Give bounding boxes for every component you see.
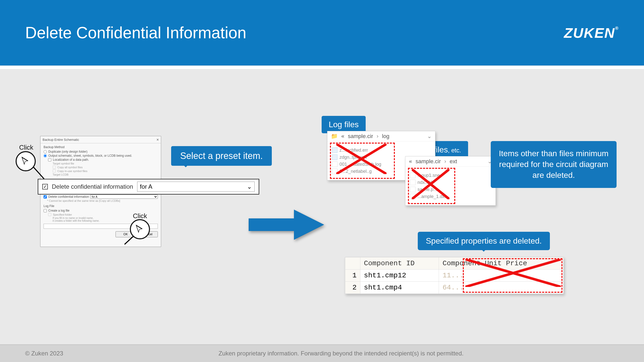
file-window-log-addressbar: 📁 « sample.cir › log ⌄: [327, 131, 435, 141]
row-delete-confidential[interactable]: Delete confidential information for A: [44, 195, 158, 199]
callout-select-preset: Select a preset item.: [171, 146, 272, 166]
radio-duplicate[interactable]: Duplicate (only design folder): [44, 150, 158, 153]
cursor-icon: [134, 224, 145, 235]
chevron-down-icon: ⌄: [247, 183, 252, 190]
file-icon: [332, 147, 337, 153]
folder-icon: 📁: [331, 133, 338, 140]
grey-target-symbol: Target symbol file: [53, 162, 158, 165]
row-index: 1: [345, 270, 360, 282]
file-icon: [410, 180, 415, 185]
callout-select-preset-text: Select a preset item.: [180, 151, 263, 161]
slide-title: Delete Confidential Information: [25, 23, 246, 42]
callout-output-files-sub: , etc.: [448, 147, 461, 154]
highlight-preset-select[interactable]: for A ⌄: [137, 182, 255, 192]
close-icon[interactable]: ×: [157, 136, 159, 143]
file-item: z...fecbfwd.err: [332, 147, 431, 153]
radio-output-schematic[interactable]: Output schematic, sheet, symbols, block,…: [44, 154, 158, 157]
cell-price: 64...: [439, 282, 563, 294]
path-seg: ext: [450, 158, 457, 165]
file-window-ext-addressbar: « sample.cir › ext ⌄: [405, 156, 496, 167]
file-icon: [332, 169, 337, 174]
logo-reg: ®: [615, 26, 619, 31]
cursor-icon: [20, 156, 31, 167]
file-window-ext: « sample.cir › ext ⌄ ...oup1.sne ndx...b…: [405, 156, 496, 206]
slide-footer: © Zuken 2023 Zuken proprietary informati…: [0, 344, 644, 362]
callout-log-files: Log files: [322, 116, 366, 133]
chevron-down-icon: ⌄: [427, 133, 432, 140]
slide-header: Delete Confidential Information ZUKEN ®: [0, 0, 644, 65]
logfile-section-label: Log File: [44, 204, 158, 208]
callout-props-deleted: Specified properties are deleted.: [418, 232, 550, 250]
file-item: ...ample_1.dx..: [410, 194, 491, 199]
grey-target-lcdb: Target LCDB: [53, 173, 158, 176]
checkbox-delete-confidential[interactable]: [44, 195, 47, 199]
divider-band: [0, 66, 644, 69]
footer-disclaimer: Zuken proprietary information. Forwardin…: [63, 350, 619, 357]
dialog-title-text: Backup Entire Schematic: [43, 136, 79, 143]
highlight-preset-value: for A: [140, 183, 152, 190]
label-delete-confidential: Delete confidential information: [48, 195, 89, 199]
click-label-2: Click: [133, 212, 147, 220]
chevron-right-icon: ›: [444, 158, 446, 165]
col-component-id: Component ID: [360, 257, 439, 270]
row-index: 2: [345, 282, 360, 294]
click-pointer-bubble-2: [130, 219, 150, 239]
checkbox-localization[interactable]: Localization of a data path.: [48, 158, 158, 161]
chevron-right-icon: ›: [377, 133, 378, 140]
highlight-delete-confidential: ✓ Delete confidential information for A …: [38, 179, 259, 194]
path-seg: sample.cir: [415, 158, 441, 165]
file-icon: [410, 187, 415, 192]
table-row: 1 sht1.cmp12 11...: [345, 270, 563, 282]
cell-component-id: sht1.cmp4: [360, 282, 439, 294]
select-preset-small[interactable]: for A: [90, 195, 158, 199]
file-icon: [410, 173, 415, 178]
grey-copy-all-symbol: Copy all symbol files: [53, 166, 158, 169]
col-component-price: Component Unit Price: [439, 257, 563, 270]
click-pointer-bubble-1: [16, 151, 36, 171]
zuken-logo: ZUKEN ®: [564, 25, 619, 41]
highlight-label: Delete confidential information: [52, 183, 133, 190]
callout-log-files-text: Log files: [329, 120, 359, 129]
property-table: Component ID Component Unit Price 1 sht1…: [345, 257, 564, 294]
path-seg: sample.cir: [348, 133, 373, 140]
table-row: 2 sht1.cmp4 64...: [345, 282, 563, 294]
dialog-titlebar: Backup Entire Schematic ×: [41, 136, 161, 143]
cell-price: 11...: [439, 270, 563, 282]
path-seg: «: [341, 133, 344, 140]
callout-props-deleted-text: Specified properties are deleted.: [426, 236, 542, 245]
click-label-1: Click: [19, 144, 33, 151]
slide-body: Backup Entire Schematic × Backup Method …: [0, 65, 644, 344]
grey-copy-inuse-symbol: Copy in-use symbol files: [53, 169, 158, 173]
path-seg: log: [382, 133, 389, 140]
file-icon: [332, 161, 337, 167]
backup-method-label: Backup Method: [44, 145, 158, 149]
footer-copyright: © Zuken 2023: [25, 350, 63, 357]
callout-items-deleted-text: Items other than files minimum required …: [499, 149, 609, 180]
callout-items-deleted: Items other than files minimum required …: [491, 141, 617, 188]
logo-text: ZUKEN: [564, 25, 615, 41]
path-seg: «: [409, 158, 412, 165]
file-item: ndx...bl: [410, 180, 491, 185]
arrow-icon: [249, 207, 324, 242]
cell-component-id: sht1.cmp12: [360, 270, 439, 282]
file-item: sa...le.p..t: [410, 187, 491, 192]
table-header-row: Component ID Component Unit Price: [345, 257, 563, 270]
note-cannot-specify: * Cannot be specified at the same time a…: [47, 199, 158, 202]
file-icon: [410, 194, 415, 199]
file-item: ...oup1.sne: [410, 173, 491, 178]
checkbox-create-log[interactable]: Create a log file: [44, 209, 158, 212]
file-icon: [332, 154, 337, 160]
file-window-ext-body: ...oup1.sne ndx...bl sa...le.p..t ...amp…: [405, 167, 496, 205]
highlight-checkbox[interactable]: ✓: [42, 184, 48, 189]
